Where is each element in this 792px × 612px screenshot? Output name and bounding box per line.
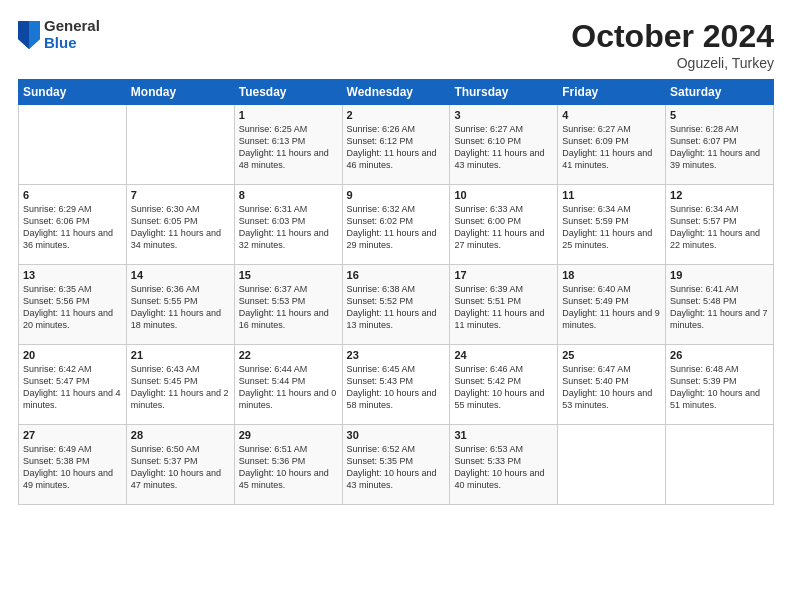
calendar-cell: 31Sunrise: 6:53 AM Sunset: 5:33 PM Dayli… — [450, 425, 558, 505]
calendar-cell: 29Sunrise: 6:51 AM Sunset: 5:36 PM Dayli… — [234, 425, 342, 505]
week-row-1: 1Sunrise: 6:25 AM Sunset: 6:13 PM Daylig… — [19, 105, 774, 185]
calendar-cell: 8Sunrise: 6:31 AM Sunset: 6:03 PM Daylig… — [234, 185, 342, 265]
calendar-table: SundayMondayTuesdayWednesdayThursdayFrid… — [18, 79, 774, 505]
cell-content: Sunrise: 6:29 AM Sunset: 6:06 PM Dayligh… — [23, 203, 122, 252]
cell-content: Sunrise: 6:40 AM Sunset: 5:49 PM Dayligh… — [562, 283, 661, 332]
cell-content: Sunrise: 6:34 AM Sunset: 5:57 PM Dayligh… — [670, 203, 769, 252]
calendar-cell: 17Sunrise: 6:39 AM Sunset: 5:51 PM Dayli… — [450, 265, 558, 345]
calendar-cell — [19, 105, 127, 185]
cell-content: Sunrise: 6:39 AM Sunset: 5:51 PM Dayligh… — [454, 283, 553, 332]
cell-content: Sunrise: 6:42 AM Sunset: 5:47 PM Dayligh… — [23, 363, 122, 412]
day-number: 21 — [131, 349, 230, 361]
cell-content: Sunrise: 6:53 AM Sunset: 5:33 PM Dayligh… — [454, 443, 553, 492]
day-number: 19 — [670, 269, 769, 281]
day-number: 4 — [562, 109, 661, 121]
cell-content: Sunrise: 6:26 AM Sunset: 6:12 PM Dayligh… — [347, 123, 446, 172]
calendar-cell: 2Sunrise: 6:26 AM Sunset: 6:12 PM Daylig… — [342, 105, 450, 185]
week-row-5: 27Sunrise: 6:49 AM Sunset: 5:38 PM Dayli… — [19, 425, 774, 505]
day-number: 28 — [131, 429, 230, 441]
header: General Blue October 2024 Oguzeli, Turke… — [18, 18, 774, 71]
day-header-thursday: Thursday — [450, 80, 558, 105]
day-number: 2 — [347, 109, 446, 121]
day-number: 20 — [23, 349, 122, 361]
week-row-3: 13Sunrise: 6:35 AM Sunset: 5:56 PM Dayli… — [19, 265, 774, 345]
calendar-cell: 16Sunrise: 6:38 AM Sunset: 5:52 PM Dayli… — [342, 265, 450, 345]
cell-content: Sunrise: 6:28 AM Sunset: 6:07 PM Dayligh… — [670, 123, 769, 172]
calendar-cell: 21Sunrise: 6:43 AM Sunset: 5:45 PM Dayli… — [126, 345, 234, 425]
cell-content: Sunrise: 6:47 AM Sunset: 5:40 PM Dayligh… — [562, 363, 661, 412]
week-row-4: 20Sunrise: 6:42 AM Sunset: 5:47 PM Dayli… — [19, 345, 774, 425]
calendar-cell: 11Sunrise: 6:34 AM Sunset: 5:59 PM Dayli… — [558, 185, 666, 265]
day-number: 6 — [23, 189, 122, 201]
day-number: 7 — [131, 189, 230, 201]
calendar-cell: 7Sunrise: 6:30 AM Sunset: 6:05 PM Daylig… — [126, 185, 234, 265]
cell-content: Sunrise: 6:30 AM Sunset: 6:05 PM Dayligh… — [131, 203, 230, 252]
logo: General Blue — [18, 18, 100, 51]
calendar-cell: 30Sunrise: 6:52 AM Sunset: 5:35 PM Dayli… — [342, 425, 450, 505]
day-number: 11 — [562, 189, 661, 201]
cell-content: Sunrise: 6:45 AM Sunset: 5:43 PM Dayligh… — [347, 363, 446, 412]
day-number: 15 — [239, 269, 338, 281]
cell-content: Sunrise: 6:35 AM Sunset: 5:56 PM Dayligh… — [23, 283, 122, 332]
day-number: 25 — [562, 349, 661, 361]
cell-content: Sunrise: 6:52 AM Sunset: 5:35 PM Dayligh… — [347, 443, 446, 492]
cell-content: Sunrise: 6:33 AM Sunset: 6:00 PM Dayligh… — [454, 203, 553, 252]
day-number: 30 — [347, 429, 446, 441]
logo-general: General — [44, 18, 100, 35]
day-number: 29 — [239, 429, 338, 441]
calendar-cell: 9Sunrise: 6:32 AM Sunset: 6:02 PM Daylig… — [342, 185, 450, 265]
svg-marker-1 — [29, 21, 40, 49]
cell-content: Sunrise: 6:25 AM Sunset: 6:13 PM Dayligh… — [239, 123, 338, 172]
day-number: 13 — [23, 269, 122, 281]
cell-content: Sunrise: 6:44 AM Sunset: 5:44 PM Dayligh… — [239, 363, 338, 412]
day-number: 24 — [454, 349, 553, 361]
svg-marker-2 — [18, 21, 29, 49]
day-number: 5 — [670, 109, 769, 121]
calendar-cell: 13Sunrise: 6:35 AM Sunset: 5:56 PM Dayli… — [19, 265, 127, 345]
calendar-cell: 18Sunrise: 6:40 AM Sunset: 5:49 PM Dayli… — [558, 265, 666, 345]
location: Oguzeli, Turkey — [571, 55, 774, 71]
calendar-cell: 28Sunrise: 6:50 AM Sunset: 5:37 PM Dayli… — [126, 425, 234, 505]
calendar-cell: 10Sunrise: 6:33 AM Sunset: 6:00 PM Dayli… — [450, 185, 558, 265]
calendar-cell: 19Sunrise: 6:41 AM Sunset: 5:48 PM Dayli… — [666, 265, 774, 345]
day-number: 22 — [239, 349, 338, 361]
week-row-2: 6Sunrise: 6:29 AM Sunset: 6:06 PM Daylig… — [19, 185, 774, 265]
cell-content: Sunrise: 6:37 AM Sunset: 5:53 PM Dayligh… — [239, 283, 338, 332]
calendar-cell: 6Sunrise: 6:29 AM Sunset: 6:06 PM Daylig… — [19, 185, 127, 265]
cell-content: Sunrise: 6:34 AM Sunset: 5:59 PM Dayligh… — [562, 203, 661, 252]
cell-content: Sunrise: 6:27 AM Sunset: 6:09 PM Dayligh… — [562, 123, 661, 172]
month-title: October 2024 — [571, 18, 774, 55]
cell-content: Sunrise: 6:38 AM Sunset: 5:52 PM Dayligh… — [347, 283, 446, 332]
day-number: 12 — [670, 189, 769, 201]
calendar-cell: 5Sunrise: 6:28 AM Sunset: 6:07 PM Daylig… — [666, 105, 774, 185]
cell-content: Sunrise: 6:36 AM Sunset: 5:55 PM Dayligh… — [131, 283, 230, 332]
logo-icon — [18, 21, 40, 49]
calendar-cell: 22Sunrise: 6:44 AM Sunset: 5:44 PM Dayli… — [234, 345, 342, 425]
day-number: 10 — [454, 189, 553, 201]
title-block: October 2024 Oguzeli, Turkey — [571, 18, 774, 71]
day-header-monday: Monday — [126, 80, 234, 105]
cell-content: Sunrise: 6:27 AM Sunset: 6:10 PM Dayligh… — [454, 123, 553, 172]
calendar-cell: 26Sunrise: 6:48 AM Sunset: 5:39 PM Dayli… — [666, 345, 774, 425]
calendar-cell: 14Sunrise: 6:36 AM Sunset: 5:55 PM Dayli… — [126, 265, 234, 345]
cell-content: Sunrise: 6:41 AM Sunset: 5:48 PM Dayligh… — [670, 283, 769, 332]
calendar-cell: 23Sunrise: 6:45 AM Sunset: 5:43 PM Dayli… — [342, 345, 450, 425]
calendar-cell — [666, 425, 774, 505]
cell-content: Sunrise: 6:48 AM Sunset: 5:39 PM Dayligh… — [670, 363, 769, 412]
day-number: 18 — [562, 269, 661, 281]
cell-content: Sunrise: 6:31 AM Sunset: 6:03 PM Dayligh… — [239, 203, 338, 252]
day-header-saturday: Saturday — [666, 80, 774, 105]
cell-content: Sunrise: 6:32 AM Sunset: 6:02 PM Dayligh… — [347, 203, 446, 252]
day-number: 3 — [454, 109, 553, 121]
logo-blue: Blue — [44, 35, 100, 52]
day-number: 14 — [131, 269, 230, 281]
calendar-cell: 1Sunrise: 6:25 AM Sunset: 6:13 PM Daylig… — [234, 105, 342, 185]
day-header-sunday: Sunday — [19, 80, 127, 105]
day-number: 8 — [239, 189, 338, 201]
calendar-cell: 12Sunrise: 6:34 AM Sunset: 5:57 PM Dayli… — [666, 185, 774, 265]
day-header-friday: Friday — [558, 80, 666, 105]
day-number: 9 — [347, 189, 446, 201]
day-number: 27 — [23, 429, 122, 441]
calendar-cell — [126, 105, 234, 185]
day-header-tuesday: Tuesday — [234, 80, 342, 105]
